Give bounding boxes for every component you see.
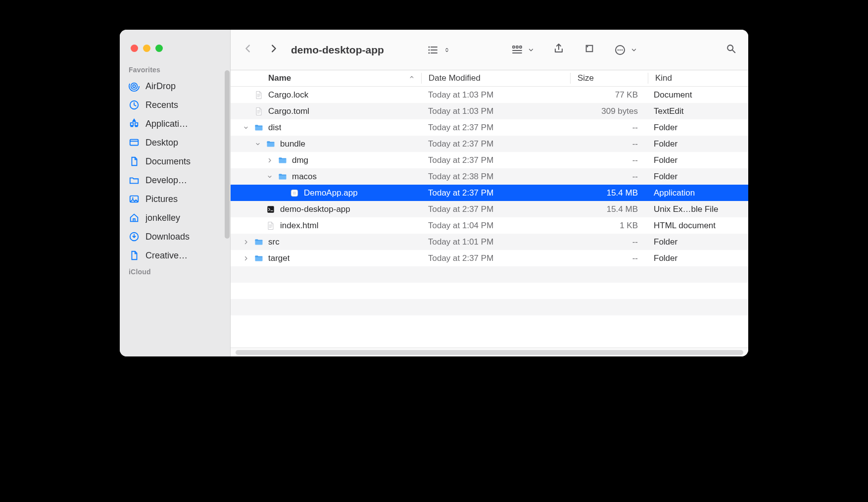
- file-row[interactable]: srcToday at 1:01 PM--Folder: [231, 234, 748, 250]
- file-kind: Application: [647, 188, 748, 198]
- zoom-button[interactable]: [155, 45, 163, 52]
- window-title: demo-desktop-app: [291, 44, 384, 56]
- chevron-down-icon: [630, 44, 637, 56]
- file-kind: TextEdit: [647, 106, 748, 116]
- file-name: DemoApp.app: [304, 188, 358, 198]
- sidebar-item[interactable]: Desktop: [120, 133, 230, 152]
- file-kind: Folder: [647, 237, 748, 247]
- file-date: Today at 1:04 PM: [421, 221, 570, 231]
- sidebar-section-label: Favorites: [120, 63, 230, 77]
- file-name: dist: [268, 123, 281, 133]
- exec-icon: [265, 204, 276, 215]
- airdrop-icon: [129, 81, 140, 92]
- group-icon: [511, 44, 524, 56]
- group-by-button[interactable]: [511, 44, 534, 56]
- file-row[interactable]: DemoApp.appToday at 2:37 PM15.4 MBApplic…: [231, 185, 748, 201]
- view-mode-button[interactable]: [427, 44, 450, 56]
- forward-button[interactable]: [268, 42, 279, 58]
- file-size: 309 bytes: [570, 106, 647, 116]
- disclosure-triangle[interactable]: [254, 141, 261, 147]
- tag-icon: [583, 43, 596, 54]
- desktop-icon: [129, 137, 140, 148]
- disclosure-triangle[interactable]: [266, 174, 273, 180]
- file-row[interactable]: distToday at 2:37 PM--Folder: [231, 119, 748, 136]
- disclosure-triangle[interactable]: [242, 125, 249, 131]
- sidebar-item-label: Documents: [145, 156, 191, 167]
- column-header-name[interactable]: Name: [231, 73, 421, 83]
- file-row[interactable]: demo-desktop-appToday at 2:37 PM15.4 MBU…: [231, 201, 748, 217]
- file-row[interactable]: index.htmlToday at 1:04 PM1 KBHTML docum…: [231, 217, 748, 234]
- file-kind: Folder: [647, 123, 748, 133]
- disclosure-triangle[interactable]: [242, 255, 249, 261]
- sidebar-item[interactable]: Recents: [120, 96, 230, 114]
- sidebar-item-label: AirDrop: [145, 81, 176, 92]
- file-kind: Folder: [647, 172, 748, 182]
- column-headers: Name Date Modified Size Kind: [231, 70, 748, 87]
- search-button[interactable]: [725, 43, 736, 56]
- back-button[interactable]: [242, 42, 253, 58]
- sidebar-item[interactable]: Applicati…: [120, 114, 230, 133]
- share-button[interactable]: [552, 43, 565, 57]
- file-kind: Document: [647, 90, 748, 100]
- file-kind: HTML document: [647, 221, 748, 231]
- file-name: dmg: [292, 155, 308, 165]
- sidebar-item[interactable]: jonkelley: [120, 208, 230, 227]
- sidebar-item[interactable]: Documents: [120, 152, 230, 171]
- sidebar-item-label: jonkelley: [145, 213, 180, 223]
- finder-window: FavoritesAirDropRecentsApplicati…Desktop…: [120, 30, 748, 356]
- sidebar-item[interactable]: Creative…: [120, 246, 230, 265]
- sidebar-item[interactable]: Pictures: [120, 190, 230, 208]
- folder-blue-icon: [253, 237, 264, 248]
- window-controls: [120, 45, 230, 63]
- column-header-kind[interactable]: Kind: [648, 73, 748, 83]
- folder-blue-icon: [253, 253, 264, 264]
- action-menu-button[interactable]: [614, 44, 637, 56]
- sidebar-item[interactable]: Downloads: [120, 227, 230, 246]
- file-list[interactable]: Cargo.lockToday at 1:03 PM77 KBDocumentC…: [231, 87, 748, 348]
- sidebar-item[interactable]: Develop…: [120, 171, 230, 190]
- file-row[interactable]: dmgToday at 2:37 PM--Folder: [231, 152, 748, 168]
- horizontal-scrollbar-thumb[interactable]: [236, 350, 743, 355]
- file-date: Today at 2:37 PM: [421, 139, 570, 149]
- sidebar-scrollbar-thumb[interactable]: [225, 70, 230, 239]
- file-row[interactable]: targetToday at 2:37 PM--Folder: [231, 250, 748, 266]
- app-icon: [289, 188, 300, 199]
- close-button[interactable]: [131, 45, 138, 52]
- column-header-date[interactable]: Date Modified: [422, 73, 570, 83]
- sidebar-section-label: iCloud: [120, 265, 230, 279]
- file-size: --: [570, 237, 647, 247]
- folder-blue-icon: [265, 139, 276, 150]
- minimize-button[interactable]: [143, 45, 150, 52]
- file-date: Today at 1:03 PM: [421, 106, 570, 116]
- file-size: 77 KB: [570, 90, 647, 100]
- disclosure-triangle[interactable]: [266, 157, 273, 163]
- tags-button[interactable]: [583, 43, 596, 57]
- file-row[interactable]: macosToday at 2:38 PM--Folder: [231, 168, 748, 185]
- file-size: --: [570, 253, 647, 263]
- file-date: Today at 2:37 PM: [421, 123, 570, 133]
- folder-blue-icon: [277, 171, 288, 182]
- file-kind: Folder: [647, 253, 748, 263]
- file-name: src: [268, 237, 280, 247]
- main-panel: demo-desktop-app: [231, 30, 748, 356]
- horizontal-scrollbar[interactable]: [231, 348, 748, 356]
- document-icon: [129, 250, 140, 261]
- file-row[interactable]: bundleToday at 2:37 PM--Folder: [231, 136, 748, 152]
- file-row[interactable]: Cargo.tomlToday at 1:03 PM309 bytesTextE…: [231, 103, 748, 119]
- sidebar-item[interactable]: AirDrop: [120, 77, 230, 96]
- toolbar: demo-desktop-app: [231, 30, 748, 70]
- sort-indicator-icon: [408, 73, 415, 83]
- sidebar-item-label: Creative…: [145, 251, 188, 261]
- empty-row: [231, 283, 748, 299]
- disclosure-triangle[interactable]: [242, 239, 249, 245]
- file-date: Today at 2:37 PM: [421, 188, 570, 198]
- file-size: --: [570, 155, 647, 165]
- column-header-name-label: Name: [268, 73, 291, 83]
- updown-icon: [443, 44, 450, 56]
- list-view-icon: [427, 44, 439, 56]
- share-icon: [552, 43, 565, 54]
- file-row[interactable]: Cargo.lockToday at 1:03 PM77 KBDocument: [231, 87, 748, 103]
- column-header-size[interactable]: Size: [571, 73, 648, 83]
- file-date: Today at 2:37 PM: [421, 253, 570, 263]
- file-date: Today at 2:38 PM: [421, 172, 570, 182]
